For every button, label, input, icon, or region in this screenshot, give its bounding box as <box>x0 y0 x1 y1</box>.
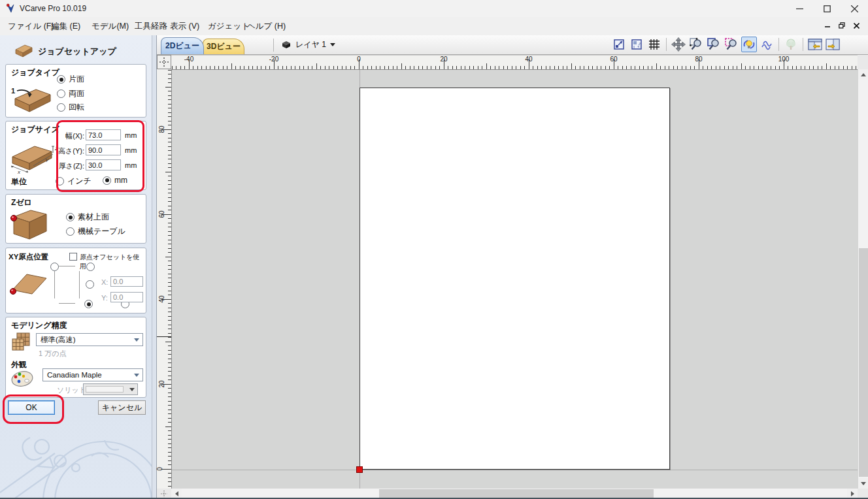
origin-datum-marker <box>356 466 363 473</box>
horizontal-ruler: -40 -20 0 20 40 60 80 100 <box>171 55 858 69</box>
origin-line-bottom <box>59 303 75 304</box>
use-offset-checkbox[interactable] <box>69 253 77 261</box>
h-ruler-label: 60 <box>610 56 617 63</box>
menu-help[interactable]: ヘルプ (H) <box>241 17 292 35</box>
ruler-crosshair-icon <box>161 491 167 497</box>
origin-top-left-radio[interactable] <box>50 263 59 271</box>
h-ruler-label: 20 <box>440 56 447 63</box>
zoom-drawing-icon[interactable] <box>706 37 722 52</box>
offset-x-input[interactable] <box>110 276 143 287</box>
horizontal-scroll-thumb[interactable] <box>379 489 654 498</box>
ok-button[interactable]: OK <box>8 400 55 415</box>
toolbar-separator <box>778 38 779 51</box>
tab-3d-view[interactable]: 3Dビュー <box>203 39 244 54</box>
v-ruler-label: 0 <box>156 467 163 471</box>
svg-text:x: x <box>17 169 21 175</box>
thickness-input[interactable] <box>86 159 121 170</box>
radio-rotary[interactable] <box>57 103 65 112</box>
v-ruler-label: 60 <box>158 210 165 217</box>
title-bar: VCarve Pro 10.019 <box>0 0 868 18</box>
radio-single-sided[interactable] <box>57 75 65 84</box>
close-button[interactable] <box>841 0 868 17</box>
h-ruler-label: 100 <box>778 56 790 63</box>
job-setup-panel: ジョブセットアップ ジョブタイプ 1 片面 両面 回転 <box>0 35 152 499</box>
width-label: 幅(X): <box>45 131 84 141</box>
mdi-minimize-button[interactable] <box>821 20 834 31</box>
scroll-up-button[interactable] <box>858 69 868 80</box>
toggle-3d-icon[interactable] <box>783 37 799 52</box>
job-type-option-rotary[interactable]: 回転 <box>57 102 84 113</box>
job-type-group: ジョブタイプ 1 片面 両面 回転 <box>5 64 146 118</box>
panel-splitter[interactable] <box>152 35 157 499</box>
maximize-button[interactable] <box>813 0 841 17</box>
layer-icon <box>281 40 292 50</box>
height-input[interactable] <box>86 144 121 155</box>
svg-text:1: 1 <box>11 87 15 95</box>
radio-machine-bed[interactable] <box>66 227 75 236</box>
tab-2d-view[interactable]: 2Dビュー <box>161 37 204 54</box>
resolution-value: 標準(高速) <box>41 335 76 345</box>
radio-mm[interactable] <box>103 176 111 185</box>
radio-label-material-top: 素材上面 <box>78 212 109 223</box>
zoom-box-icon[interactable] <box>688 37 704 52</box>
layer-selector[interactable]: レイヤ 1 <box>281 39 335 50</box>
canvas-2d[interactable] <box>171 69 858 489</box>
material-select[interactable]: Canadian Maple <box>42 368 143 381</box>
job-type-option-double[interactable]: 両面 <box>57 88 84 99</box>
origin-bottom-left-radio[interactable] <box>84 300 93 308</box>
job-type-image: 1 <box>10 82 53 114</box>
job-type-option-single[interactable]: 片面 <box>57 74 84 85</box>
origin-line-top <box>59 266 75 266</box>
dock-right-icon[interactable] <box>825 37 841 52</box>
radio-material-top[interactable] <box>66 213 75 221</box>
units-label: 単位 <box>11 176 27 187</box>
minimize-button[interactable] <box>786 0 813 17</box>
toggle-vectors-icon[interactable] <box>759 37 775 52</box>
material-value: Canadian Maple <box>47 371 102 379</box>
radio-label-inch: インチ <box>67 176 92 187</box>
radio-label-single: 片面 <box>69 74 84 85</box>
zoom-extents-icon[interactable] <box>611 37 627 52</box>
layer-label: レイヤ 1 <box>295 39 326 50</box>
arrow-right-icon <box>851 491 854 496</box>
menu-edit[interactable]: 編集 (E) <box>44 17 87 35</box>
dock-left-icon[interactable] <box>807 37 823 52</box>
unit-option-mm[interactable]: mm <box>103 176 127 185</box>
scroll-down-button[interactable] <box>858 478 868 489</box>
toolbar-separator <box>273 39 274 52</box>
grid-toggle-icon[interactable] <box>646 37 662 52</box>
ruler-origin-corner[interactable] <box>157 55 171 69</box>
cancel-button[interactable]: キャンセル <box>98 400 146 415</box>
z-zero-image <box>8 205 50 242</box>
v-ruler-label: 40 <box>158 295 165 302</box>
zoom-job-icon[interactable] <box>629 37 644 52</box>
vertical-scroll-thumb[interactable] <box>859 248 868 477</box>
vcarve-window: VCarve Pro 10.019 ファイル (F) 編集 (E) モデル(M)… <box>0 0 868 499</box>
ok-button-label: OK <box>25 403 37 412</box>
origin-line-right <box>79 271 80 298</box>
resolution-select[interactable]: 標準(高速) <box>36 333 143 346</box>
mdi-restore-button[interactable] <box>835 20 848 31</box>
h-ruler-label: 80 <box>695 56 702 63</box>
z-zero-option-material-top[interactable]: 素材上面 <box>66 212 109 223</box>
width-input[interactable] <box>86 129 121 140</box>
modeling-group: モデリング精度 標準(高速) 1 万の点 外観 <box>5 317 146 398</box>
solid-color-select[interactable] <box>83 383 138 395</box>
origin-guide-horizontal <box>172 470 858 470</box>
menu-view[interactable]: 表示 (V) <box>163 17 206 35</box>
h-ruler-label: -40 <box>184 56 193 63</box>
vertical-scrollbar[interactable] <box>858 69 868 489</box>
offset-y-input[interactable] <box>110 292 143 302</box>
zoom-selection-icon[interactable] <box>724 37 739 52</box>
z-zero-option-machine-bed[interactable]: 機械テーブル <box>66 226 125 237</box>
pan-icon[interactable] <box>671 37 686 52</box>
radio-inch[interactable] <box>56 177 64 185</box>
height-unit: mm <box>125 146 137 154</box>
toggle-bitmap-icon[interactable] <box>741 37 757 52</box>
radio-double-sided[interactable] <box>57 89 65 98</box>
mdi-close-button[interactable] <box>850 20 863 31</box>
unit-option-inch[interactable]: インチ <box>56 176 92 187</box>
xy-origin-image <box>7 268 49 298</box>
solid-color-swatch <box>86 386 124 393</box>
origin-center-radio[interactable] <box>86 280 94 289</box>
